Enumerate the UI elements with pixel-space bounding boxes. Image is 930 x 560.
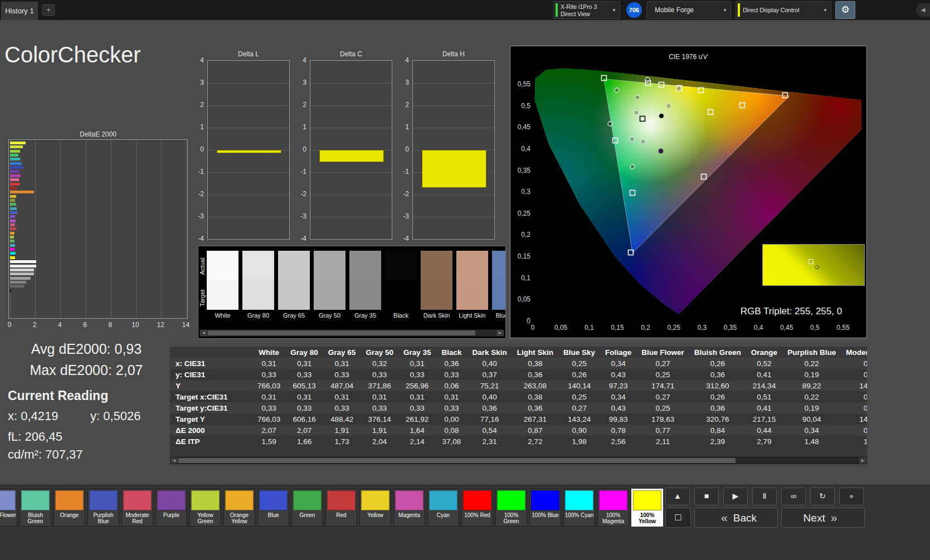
patch-button-purple[interactable]: Purple xyxy=(155,489,187,527)
pattern-window-button[interactable]: □ xyxy=(665,508,691,528)
axis-tick-label: 0 xyxy=(4,321,15,329)
table-cell: 0,46 xyxy=(841,358,867,369)
patch-button-purplish-blue[interactable]: Purplish Blue xyxy=(87,489,119,527)
pattern-source-dropdown[interactable]: Mobile Forge ▼ xyxy=(646,1,731,19)
deltae-bar xyxy=(10,174,21,177)
meter-dropdown[interactable]: X-Rite i1Pro 3 Direct View ▼ xyxy=(553,1,620,19)
measured-point xyxy=(645,77,650,82)
table-cell: 488,42 xyxy=(323,413,361,425)
bottom-toolbar: Blue FlowerBluish GreenOrangePurplish Bl… xyxy=(0,485,930,560)
collapse-panel-button[interactable]: ◀ xyxy=(916,3,930,17)
patch-button-100-yellow[interactable]: 100% Yellow xyxy=(631,489,663,527)
settings-button[interactable]: ⚙ xyxy=(835,1,855,19)
table-cell: 0,31 xyxy=(398,358,436,369)
table-cell: 37,08 xyxy=(436,436,467,447)
table-cell: 0,33 xyxy=(323,402,361,413)
transport-loop-button[interactable]: ↻ xyxy=(810,488,835,505)
scroll-right-arrow[interactable]: ► xyxy=(496,330,504,336)
swatch-scrollbar[interactable]: ◄► xyxy=(199,329,504,337)
chart-area xyxy=(412,60,495,240)
back-button[interactable]: «Back xyxy=(694,508,778,528)
axis-tick-label: 0,5 xyxy=(512,102,530,110)
table-cell: 0,41 xyxy=(841,425,867,436)
patch-button-green[interactable]: Green xyxy=(291,489,323,527)
transport-record-button[interactable]: ● xyxy=(839,488,864,505)
patch-button-label: Purple xyxy=(156,512,187,526)
patch-comparison-strip: Actual Target WhiteGray 80Gray 65Gray 50… xyxy=(198,246,506,339)
patch-button-label: 100% Blue xyxy=(530,512,561,526)
patch-button-blue[interactable]: Blue xyxy=(257,489,289,527)
patch-color xyxy=(395,490,423,510)
patch-label: Light Skin xyxy=(456,312,488,319)
deltae-bar xyxy=(10,203,16,206)
patch-button-orange-yellow[interactable]: Orange Yellow xyxy=(223,489,255,527)
axis-tick-label: 0,3 xyxy=(691,324,713,332)
add-tab-button[interactable]: + xyxy=(42,4,55,16)
transport-pause-button[interactable]: Ⅱ xyxy=(752,488,777,505)
row-label: ΔE ITP xyxy=(170,436,252,447)
x-axis-labels: 02468101214 xyxy=(8,321,188,330)
actual-color xyxy=(385,251,417,280)
transport-infinity-button[interactable]: ∞ xyxy=(781,488,806,505)
next-button[interactable]: Next» xyxy=(781,508,865,528)
patch-button-label: 100% Yellow xyxy=(632,512,663,526)
scroll-left-arrow[interactable]: ◄ xyxy=(200,330,207,336)
patch-button-magenta[interactable]: Magenta xyxy=(393,489,425,527)
row-label: Target x:CIE31 xyxy=(170,391,252,402)
table-cell: 0,27 xyxy=(636,358,689,369)
patch-swatch-gray-80: Gray 80 xyxy=(242,251,274,310)
scroll-right-arrow[interactable]: ► xyxy=(859,457,866,464)
target-color xyxy=(278,280,310,310)
patch-button-cyan[interactable]: Cyan xyxy=(427,489,459,527)
transport-chevron-up-button[interactable]: ▲ xyxy=(665,488,690,505)
patch-button-blue-flower[interactable]: Blue Flower xyxy=(0,489,17,527)
current-fl: fL: 206,45 xyxy=(8,430,62,444)
patch-button-100-red[interactable]: 100% Red xyxy=(461,489,493,527)
table-scrollbar[interactable]: ◄► xyxy=(170,457,867,464)
patch-button-100-green[interactable]: 100% Green xyxy=(495,489,527,527)
patch-button-100-cyan[interactable]: 100% Cyan xyxy=(563,489,595,527)
delta-chart-delta-c: Delta C43210-1-2-3-4 xyxy=(290,50,392,252)
patch-color xyxy=(429,490,457,510)
patch-button-100-blue[interactable]: 100% Blue xyxy=(529,489,561,527)
table-cell: 2,07 xyxy=(285,425,323,436)
scroll-thumb[interactable] xyxy=(208,330,475,335)
display-control-dropdown[interactable]: Direct Display Control ▼ xyxy=(736,1,831,19)
table-cell: 174,71 xyxy=(636,380,689,391)
table-cell: 217,15 xyxy=(746,413,782,425)
gridline xyxy=(208,105,289,106)
measured-point xyxy=(666,104,671,108)
table-cell: 0,34 xyxy=(782,425,841,436)
tab-history[interactable]: History 1 xyxy=(1,2,38,20)
table-cell: 0,38 xyxy=(512,391,558,402)
patch-button-bluish-green[interactable]: Bluish Green xyxy=(20,489,51,527)
transport-stop-button[interactable]: ■ xyxy=(694,488,719,505)
axis-tick-label: 0 xyxy=(187,145,204,153)
column-header-light-skin: Light Skin xyxy=(512,347,558,358)
table-cell: 376,14 xyxy=(361,413,398,425)
scroll-thumb[interactable] xyxy=(178,458,736,463)
chart-title: DeltaE 2000 xyxy=(8,130,188,138)
chart-title: Delta L xyxy=(207,50,290,58)
table-cell: 0,32 xyxy=(361,358,398,369)
transport-play-button[interactable]: ▶ xyxy=(723,488,748,505)
table-cell: 2,56 xyxy=(600,436,636,447)
table-cell: 0,26 xyxy=(689,391,746,402)
scroll-left-arrow[interactable]: ◄ xyxy=(171,457,178,464)
patch-button-red[interactable]: Red xyxy=(325,489,357,527)
axis-tick-label: 3 xyxy=(187,79,204,86)
patch-button-moderate-red[interactable]: Moderate Red xyxy=(121,489,153,527)
patch-button-yellow-green[interactable]: Yellow Green xyxy=(189,489,221,527)
gridline xyxy=(413,128,494,128)
table-cell: 214,34 xyxy=(746,380,782,391)
deltae-bar xyxy=(10,191,34,193)
target-color xyxy=(421,280,452,310)
patch-button-orange[interactable]: Orange xyxy=(53,489,85,527)
measured-point xyxy=(608,121,612,126)
gridline xyxy=(208,217,289,217)
patch-button-100-magenta[interactable]: 100% Magenta xyxy=(597,489,629,527)
next-label: Next xyxy=(804,512,825,524)
axis-tick-label: -3 xyxy=(187,212,204,220)
patch-button-yellow[interactable]: Yellow xyxy=(359,489,391,527)
table-cell: 0,25 xyxy=(636,369,689,380)
